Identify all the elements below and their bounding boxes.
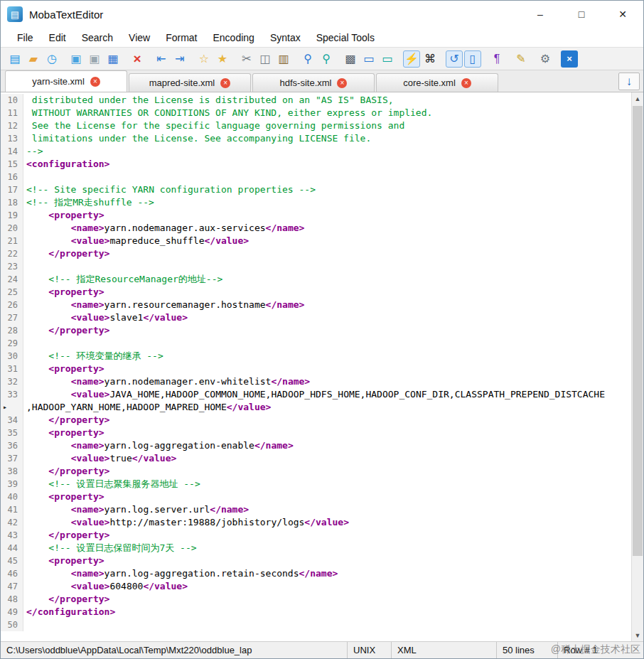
code-text[interactable]: <!-- 设置日志聚集服务器地址 --> bbox=[23, 478, 200, 491]
code-text[interactable]: </configuration> bbox=[23, 606, 115, 618]
code-text[interactable]: <property> bbox=[23, 363, 104, 375]
terminal-icon[interactable]: ▭ bbox=[360, 50, 377, 68]
code-text[interactable] bbox=[23, 337, 26, 350]
copy-icon[interactable]: ◫ bbox=[257, 50, 274, 68]
scroll-up-icon[interactable]: ▲ bbox=[632, 92, 643, 105]
line-wrap-marker: ▸ bbox=[1, 401, 23, 414]
menu-item-edit[interactable]: Edit bbox=[41, 28, 74, 47]
code-text[interactable]: <name>yarn.nodemanager.env-whitelist</na… bbox=[23, 375, 310, 388]
tab-close-icon[interactable]: × bbox=[461, 78, 471, 88]
code-text[interactable]: <property> bbox=[23, 554, 104, 567]
editor-line: 30 <!-- 环境变量的继承 --> bbox=[1, 350, 631, 363]
code-text[interactable]: <!-- 环境变量的继承 --> bbox=[23, 350, 163, 363]
code-text[interactable]: <name>yarn.resourcemanager.hostname</nam… bbox=[23, 299, 304, 311]
code-text[interactable]: </property> bbox=[23, 529, 109, 542]
paragraph-marks-icon[interactable]: ¶ bbox=[488, 50, 505, 68]
menu-item-format[interactable]: Format bbox=[158, 28, 205, 47]
mobile-view-icon[interactable]: ▯ bbox=[464, 50, 481, 68]
search-icon[interactable]: ⚲ bbox=[299, 50, 316, 68]
tab-close-icon[interactable]: × bbox=[220, 78, 230, 88]
code-text[interactable]: --> bbox=[23, 145, 43, 158]
code-text[interactable]: <!-- 指定MR走shuffle --> bbox=[23, 196, 154, 209]
print-icon[interactable]: ▦ bbox=[104, 50, 122, 68]
code-text[interactable]: <value>JAVA_HOME,HADOOP_COMMON_HOME,HADO… bbox=[23, 388, 605, 401]
save-all-icon[interactable]: ▣ bbox=[86, 50, 103, 68]
code-text[interactable]: <!-- 设置日志保留时间为7天 --> bbox=[23, 542, 197, 554]
close-file-icon[interactable]: × bbox=[129, 50, 146, 68]
tab-core-site-xml[interactable]: core-site.xml× bbox=[376, 73, 498, 92]
menu-item-encoding[interactable]: Encoding bbox=[205, 28, 262, 47]
recent-files-icon[interactable]: ◷ bbox=[43, 50, 60, 68]
code-text[interactable]: <name>yarn.log.server.url</name> bbox=[23, 503, 249, 516]
code-text[interactable]: <name>yarn.log-aggregation.retain-second… bbox=[23, 567, 338, 580]
code-text[interactable]: </property> bbox=[23, 414, 109, 427]
code-text[interactable]: <value>604800</value> bbox=[23, 580, 188, 593]
exit-icon[interactable]: × bbox=[561, 50, 578, 68]
syntax-highlight-icon[interactable]: ⚡ bbox=[403, 50, 420, 68]
tab-hdfs-site-xml[interactable]: hdfs-site.xml× bbox=[252, 73, 375, 92]
code-text[interactable]: <name>yarn.nodemanager.aux-services</nam… bbox=[23, 222, 304, 235]
outdent-icon[interactable]: ⇤ bbox=[153, 50, 170, 68]
tab-label: mapred-site.xml bbox=[149, 77, 215, 88]
code-text[interactable]: <value>true</value> bbox=[23, 452, 176, 465]
menu-item-search[interactable]: Search bbox=[74, 28, 121, 47]
settings-gears-icon[interactable]: ⚙ bbox=[537, 50, 554, 68]
tab-close-icon[interactable]: × bbox=[337, 78, 347, 88]
editor-line: 49</configuration> bbox=[1, 606, 631, 618]
minimize-button[interactable]: – bbox=[520, 1, 561, 28]
code-text[interactable]: <value>http://master:19888/jobhistory/lo… bbox=[23, 516, 349, 529]
menu-item-file[interactable]: File bbox=[9, 28, 41, 47]
code-text[interactable]: distributed under the License is distrib… bbox=[23, 94, 394, 107]
code-text[interactable]: <property> bbox=[23, 286, 104, 299]
tab-list-dropdown-button[interactable]: ↓ bbox=[618, 73, 640, 90]
code-text[interactable]: <property> bbox=[23, 427, 104, 439]
code-text[interactable]: <property> bbox=[23, 491, 104, 503]
indent-icon[interactable]: ⇥ bbox=[171, 50, 188, 68]
save-icon[interactable]: ▣ bbox=[68, 50, 85, 68]
code-text[interactable]: <value>mapreduce_shuffle</value> bbox=[23, 235, 249, 247]
code-text[interactable]: limitations under the License. See accom… bbox=[23, 132, 371, 145]
code-text[interactable]: <name>yarn.log-aggregation-enable</name> bbox=[23, 439, 294, 452]
menu-item-special-tools[interactable]: Special Tools bbox=[308, 28, 382, 47]
editor-line: 37 <value>true</value> bbox=[1, 452, 631, 465]
menu-item-syntax[interactable]: Syntax bbox=[262, 28, 308, 47]
code-text[interactable]: </property> bbox=[23, 247, 109, 260]
scrollbar-thumb[interactable] bbox=[633, 106, 643, 556]
code-text[interactable]: <!-- 指定ResourceManager的地址--> bbox=[23, 273, 222, 286]
remote-screen-icon[interactable]: ▭ bbox=[379, 50, 396, 68]
bookmark-icon[interactable]: ★ bbox=[214, 50, 231, 68]
code-text[interactable] bbox=[23, 171, 26, 183]
open-folder-icon[interactable]: ▰ bbox=[25, 50, 42, 68]
menu-item-view[interactable]: View bbox=[121, 28, 158, 47]
code-text[interactable]: </property> bbox=[23, 593, 109, 606]
close-button[interactable]: ✕ bbox=[602, 1, 643, 28]
code-text[interactable]: <value>slave1</value> bbox=[23, 311, 188, 324]
code-text[interactable]: </property> bbox=[23, 324, 109, 337]
add-bookmark-icon[interactable]: ☆ bbox=[195, 50, 213, 68]
vertical-scrollbar[interactable]: ▲ ▼ bbox=[631, 92, 643, 641]
editor[interactable]: 10 distributed under the License is dist… bbox=[1, 92, 643, 641]
code-text[interactable] bbox=[23, 618, 26, 631]
editor-line: 17<!-- Site specific YARN configuration … bbox=[1, 183, 631, 196]
new-file-icon[interactable]: ▤ bbox=[6, 50, 23, 68]
paste-icon[interactable]: ▥ bbox=[275, 50, 292, 68]
select-all-icon[interactable]: ▩ bbox=[342, 50, 359, 68]
code-text[interactable]: <property> bbox=[23, 209, 104, 222]
tab-mapred-site-xml[interactable]: mapred-site.xml× bbox=[129, 73, 251, 92]
code-text[interactable]: ,HADOOP_YARN_HOME,HADOOP_MAPRED_HOME</va… bbox=[23, 401, 271, 414]
replace-icon[interactable]: ⚲ bbox=[318, 50, 335, 68]
apple-icon[interactable]: ⌘ bbox=[422, 50, 439, 68]
tab-close-icon[interactable]: × bbox=[90, 77, 100, 87]
code-text[interactable]: <configuration> bbox=[23, 158, 109, 171]
code-text[interactable]: </property> bbox=[23, 465, 109, 478]
code-text[interactable]: See the License for the specific languag… bbox=[23, 119, 404, 132]
maximize-button[interactable]: □ bbox=[561, 1, 602, 28]
code-text[interactable]: <!-- Site specific YARN configuration pr… bbox=[23, 183, 316, 196]
code-text[interactable] bbox=[23, 260, 26, 273]
pen-icon[interactable]: ✎ bbox=[512, 50, 530, 68]
undo-icon[interactable]: ↺ bbox=[446, 50, 463, 68]
tab-yarn-site-xml[interactable]: yarn-site.xml× bbox=[5, 70, 127, 92]
code-text[interactable]: WITHOUT WARRANTIES OR CONDITIONS OF ANY … bbox=[23, 107, 432, 119]
cut-icon[interactable]: ✂ bbox=[238, 50, 255, 68]
scroll-down-icon[interactable]: ▼ bbox=[632, 629, 643, 641]
